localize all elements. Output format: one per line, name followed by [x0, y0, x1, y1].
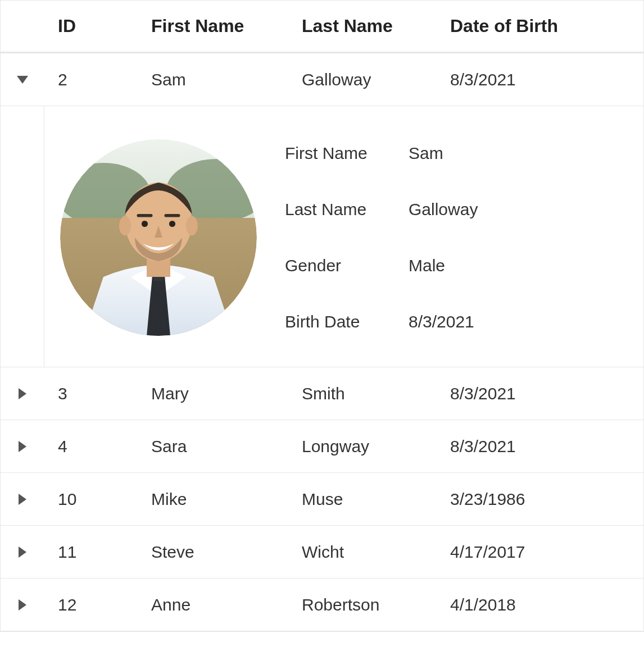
- svg-point-8: [119, 216, 131, 236]
- expand-toggle[interactable]: [1, 76, 44, 84]
- data-grid: ID First Name Last Name Date of Birth 2 …: [0, 0, 644, 632]
- avatar: [60, 139, 257, 336]
- header-id[interactable]: ID: [44, 16, 151, 37]
- cell-last: Smith: [302, 384, 450, 403]
- svg-rect-11: [165, 214, 180, 217]
- detail-row-gender: Gender Male: [285, 238, 521, 294]
- expand-toggle[interactable]: [1, 494, 44, 505]
- svg-point-12: [142, 221, 148, 227]
- cell-dob: 8/3/2021: [450, 437, 643, 456]
- detail-row-last: Last Name Galloway: [285, 181, 521, 238]
- svg-point-13: [169, 221, 175, 227]
- chevron-right-icon: [19, 599, 26, 611]
- detail-label-last: Last Name: [285, 200, 409, 219]
- detail-label-first: First Name: [285, 144, 409, 163]
- chevron-right-icon: [19, 388, 26, 399]
- chevron-down-icon: [17, 76, 28, 84]
- svg-marker-14: [19, 388, 26, 399]
- expand-toggle[interactable]: [1, 546, 44, 558]
- cell-last: Galloway: [302, 70, 450, 89]
- cell-id: 3: [44, 384, 151, 403]
- cell-last: Wicht: [302, 543, 450, 562]
- expand-toggle[interactable]: [1, 441, 44, 452]
- table-row[interactable]: 3 Mary Smith 8/3/2021: [1, 367, 643, 420]
- cell-id: 4: [44, 437, 151, 456]
- table-row[interactable]: 10 Mike Muse 3/23/1986: [1, 473, 643, 526]
- cell-dob: 4/17/2017: [450, 543, 643, 562]
- detail-value-gender: Male: [409, 256, 521, 275]
- expand-toggle[interactable]: [1, 599, 44, 611]
- header-last[interactable]: Last Name: [302, 16, 450, 37]
- svg-marker-16: [19, 494, 26, 505]
- header-dob[interactable]: Date of Birth: [450, 16, 643, 37]
- chevron-right-icon: [19, 546, 26, 558]
- row-detail-panel: First Name Sam Last Name Galloway Gender…: [1, 106, 643, 367]
- cell-first: Sam: [151, 70, 302, 89]
- detail-row-first: First Name Sam: [285, 125, 521, 181]
- cell-dob: 8/3/2021: [450, 70, 643, 89]
- cell-id: 2: [44, 70, 151, 89]
- table-row[interactable]: 11 Steve Wicht 4/17/2017: [1, 526, 643, 579]
- cell-first: Steve: [151, 543, 302, 562]
- cell-last: Longway: [302, 437, 450, 456]
- detail-value-last: Galloway: [409, 200, 521, 219]
- cell-dob: 8/3/2021: [450, 384, 643, 403]
- svg-marker-17: [19, 546, 26, 558]
- cell-last: Robertson: [302, 595, 450, 614]
- cell-last: Muse: [302, 490, 450, 509]
- svg-point-9: [186, 216, 198, 236]
- detail-indent: [1, 106, 44, 367]
- chevron-right-icon: [19, 494, 26, 505]
- detail-label-gender: Gender: [285, 256, 409, 275]
- header-first[interactable]: First Name: [151, 16, 302, 37]
- cell-first: Anne: [151, 595, 302, 614]
- table-row[interactable]: 4 Sara Longway 8/3/2021: [1, 420, 643, 473]
- detail-value-birth: 8/3/2021: [409, 312, 521, 331]
- cell-id: 11: [44, 543, 151, 562]
- svg-marker-15: [19, 441, 26, 452]
- table-row[interactable]: 2 Sam Galloway 8/3/2021: [1, 53, 643, 106]
- header-row: ID First Name Last Name Date of Birth: [1, 1, 643, 53]
- detail-label-birth: Birth Date: [285, 312, 409, 331]
- svg-marker-0: [17, 76, 28, 84]
- detail-row-birth: Birth Date 8/3/2021: [285, 294, 521, 350]
- cell-first: Mary: [151, 384, 302, 403]
- svg-rect-10: [137, 214, 153, 217]
- table-row[interactable]: 12 Anne Robertson 4/1/2018: [1, 579, 643, 631]
- cell-dob: 4/1/2018: [450, 595, 643, 614]
- detail-body: First Name Sam Last Name Galloway Gender…: [44, 125, 643, 350]
- detail-table: First Name Sam Last Name Galloway Gender…: [285, 125, 521, 350]
- chevron-right-icon: [19, 441, 26, 452]
- cell-first: Mike: [151, 490, 302, 509]
- expand-toggle[interactable]: [1, 388, 44, 399]
- cell-first: Sara: [151, 437, 302, 456]
- cell-id: 12: [44, 595, 151, 614]
- detail-value-first: Sam: [409, 144, 521, 163]
- cell-dob: 3/23/1986: [450, 490, 643, 509]
- cell-id: 10: [44, 490, 151, 509]
- svg-marker-18: [19, 599, 26, 611]
